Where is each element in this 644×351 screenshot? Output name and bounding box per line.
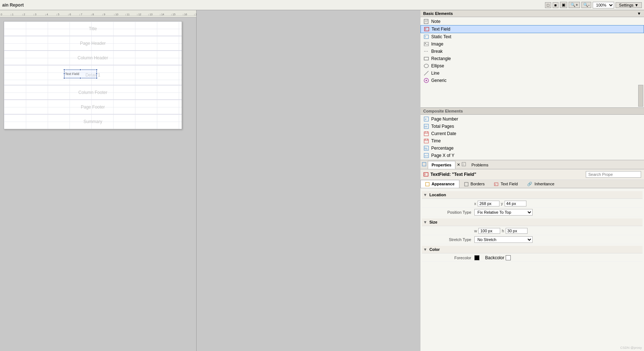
tab-properties[interactable]: Properties [428, 161, 455, 169]
element-statictext[interactable]: T Static Text [420, 33, 644, 40]
h-input[interactable] [506, 228, 528, 234]
time-icon [423, 138, 429, 144]
zoom-out-button[interactable]: □ [545, 2, 551, 8]
element-ellipse[interactable]: Ellipse [420, 62, 644, 70]
element-break[interactable]: Break [420, 48, 644, 55]
zoom-select[interactable]: 100% 75% 150% [593, 2, 614, 8]
svg-text:13: 13 [150, 13, 153, 16]
color-group-label: Color [429, 247, 440, 252]
svg-text:2: 2 [24, 13, 25, 16]
zoom-in-btn[interactable]: 🔍+ [569, 2, 580, 8]
element-generic[interactable]: Generic [420, 77, 644, 84]
resize-handle-ml[interactable] [63, 73, 65, 75]
element-rectangle-label: Rectangle [431, 56, 451, 61]
element-totalpages[interactable]: ## Total Pages [420, 123, 644, 130]
ptab-textfield[interactable]: T Text Field [489, 180, 522, 188]
view-toggle-button[interactable]: ■ [553, 2, 559, 8]
svg-text:5: 5 [58, 13, 59, 16]
elements-collapse-icon[interactable]: ▼ [637, 11, 641, 16]
stretch-type-row: Stretch Type No Stretch Relative To Tall… [422, 235, 643, 244]
location-collapse-icon[interactable]: ▼ [423, 193, 427, 197]
element-rectangle[interactable]: Rectangle [420, 55, 644, 62]
element-percentage[interactable]: % Percentage [420, 145, 644, 152]
ptab-appearance[interactable]: Appearance [420, 180, 459, 188]
svg-text:#: # [425, 118, 427, 121]
stretch-type-value: No Stretch Relative To Tallest Object Re… [474, 236, 641, 243]
prop-content: ▼ Location x y [420, 188, 644, 351]
svg-text:4: 4 [47, 13, 48, 16]
search-properties-input[interactable] [586, 171, 641, 178]
snapshot-button[interactable]: ▣ [560, 2, 567, 8]
resize-handle-tl[interactable] [63, 69, 65, 71]
elements-header: Basic Elements ▼ [420, 10, 644, 17]
designer-panel: 0 1 2 3 4 5 6 7 8 [0, 10, 197, 351]
svg-rect-73 [465, 182, 468, 186]
position-type-select[interactable]: Fix Relative To Top Float [474, 209, 533, 216]
stretch-type-label: Stretch Type [423, 237, 474, 242]
resize-handle-tm[interactable] [79, 69, 81, 71]
element-generic-label: Generic [431, 78, 447, 83]
ptab-textfield-icon: T [494, 182, 499, 186]
settings-button[interactable]: Settings ▼ [616, 2, 642, 8]
image-icon [423, 41, 429, 47]
svg-text:%: % [424, 147, 427, 150]
settings-label: Settings [619, 3, 633, 7]
stretch-type-select[interactable]: No Stretch Relative To Tallest Object Re… [474, 236, 533, 243]
color-collapse-icon[interactable]: ▼ [423, 247, 427, 252]
resize-handle-mr[interactable] [96, 73, 98, 75]
top-bar: ain Report □ ■ ▣ 🔍+ 🔍- 100% 75% 150% Set… [0, 0, 644, 10]
section-summary: Summary [4, 114, 182, 129]
textfield-element[interactable]: Text Field [64, 70, 97, 78]
h-label: h [502, 229, 504, 233]
svg-text:0: 0 [1, 13, 2, 16]
ptab-inheritance-icon: 🔗 [527, 182, 532, 186]
location-xy-row: x y [422, 200, 643, 208]
ptab-appearance-icon [425, 182, 431, 186]
composite-elements-header: Composite Elements [420, 107, 644, 115]
forecolor-swatch[interactable] [474, 255, 479, 260]
element-line[interactable]: Line [420, 70, 644, 77]
properties-tabs-bar: Properties ✕ ! Problems [420, 160, 644, 169]
element-note-label: Note [431, 19, 440, 24]
element-time[interactable]: Time [420, 137, 644, 145]
element-image[interactable]: Image [420, 40, 644, 48]
pagenumber-icon: # [423, 116, 429, 122]
svg-text:14: 14 [161, 13, 164, 16]
svg-text:T: T [425, 28, 427, 31]
element-pagenumber[interactable]: # Page Number [420, 115, 644, 123]
element-currentdate[interactable]: Current Date [420, 130, 644, 137]
properties-title: TextField: "Text Field" [431, 172, 477, 177]
ptab-borders[interactable]: Borders [459, 180, 490, 188]
composite-elements-list: # Page Number ## Total Pages [420, 115, 644, 160]
svg-text:16: 16 [184, 13, 187, 16]
section-detail[interactable]: Detail 1 Text Field [4, 65, 182, 85]
backcolor-swatch[interactable] [506, 255, 511, 260]
size-collapse-icon[interactable]: ▼ [423, 220, 427, 224]
resize-handle-bl[interactable] [63, 77, 65, 79]
section-pageheader: Page Header [4, 36, 182, 51]
resize-handle-tr[interactable] [96, 69, 98, 71]
properties-panel: Properties ✕ ! Problems T TextField: "Te… [420, 160, 644, 351]
size-group-label: Size [429, 220, 437, 224]
svg-text:15: 15 [173, 13, 175, 16]
tab-problems[interactable]: Problems [467, 161, 492, 169]
element-note[interactable]: Note [420, 18, 644, 25]
resize-handle-br[interactable] [96, 77, 98, 79]
element-time-label: Time [431, 138, 441, 143]
elements-scrollbar[interactable] [638, 85, 643, 107]
element-pagexofy[interactable]: X/Y Page X of Y [420, 152, 644, 159]
w-input[interactable] [478, 228, 500, 234]
section-title: Title [4, 21, 182, 36]
tab-close-icon[interactable]: ✕ [457, 162, 460, 167]
ptab-inheritance[interactable]: 🔗 Inheritance [522, 180, 559, 188]
report-canvas[interactable]: Title Page Header Column Header Detail 1 [0, 17, 196, 351]
ptab-textfield-label: Text Field [501, 182, 518, 186]
svg-text:3: 3 [35, 13, 36, 16]
x-input[interactable] [478, 201, 499, 206]
zoom-out-btn[interactable]: 🔍- [581, 2, 592, 8]
element-textfield[interactable]: T Text Field [420, 25, 644, 33]
position-type-label: Position Type [423, 210, 474, 214]
resize-handle-bm[interactable] [79, 77, 81, 79]
color-group-header: ▼ Color [422, 246, 643, 253]
y-input[interactable] [505, 201, 526, 206]
